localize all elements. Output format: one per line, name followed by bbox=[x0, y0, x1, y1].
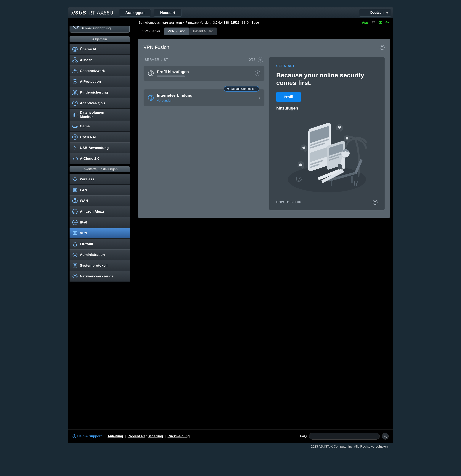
sidebar-item-aicloud[interactable]: AiCloud 2.0 bbox=[69, 153, 130, 164]
sidebar-item-game[interactable]: Game bbox=[69, 121, 130, 132]
sidebar-item-qos[interactable]: Adaptives QoS bbox=[69, 98, 130, 109]
svg-point-27 bbox=[74, 275, 76, 277]
sidebar-item-vpn[interactable]: VPN bbox=[69, 228, 130, 238]
nav-label: Administration bbox=[80, 253, 105, 257]
feedback-link[interactable]: Rückmeldung bbox=[168, 434, 190, 438]
tab-instant-guard[interactable]: Instant Guard bbox=[189, 27, 217, 35]
svg-point-53 bbox=[384, 435, 386, 437]
svg-point-8 bbox=[73, 90, 74, 92]
add-server-button[interactable]: + bbox=[258, 57, 263, 62]
language-label: Deutsch bbox=[370, 11, 384, 15]
family-icon bbox=[72, 89, 78, 96]
product-registration-link[interactable]: Produkt Registrierung bbox=[128, 434, 163, 438]
internet-connection-card[interactable]: Default Connection Internetverbindung Ve… bbox=[144, 89, 265, 106]
promo-card: GET START Because your online security c… bbox=[269, 57, 384, 210]
top-bar: /ISUS RT-AX86U Ausloggen Neustart Deutsc… bbox=[68, 8, 393, 18]
promo-column: GET START Because your online security c… bbox=[269, 57, 384, 210]
howto-row: HOW TO SETUP ? bbox=[276, 200, 377, 205]
add-profile-plus-icon[interactable]: + bbox=[255, 70, 260, 76]
progress-bar bbox=[157, 76, 185, 77]
nav-label: Wireless bbox=[80, 177, 94, 181]
nav-label: IPv6 bbox=[80, 220, 87, 224]
log-icon bbox=[72, 262, 78, 269]
fw-value[interactable]: 3.0.0.4.388_22525 bbox=[213, 21, 239, 25]
svg-point-25 bbox=[74, 254, 76, 256]
sidebar-item-nettools[interactable]: Netzwerkwerkzeuge bbox=[69, 271, 130, 282]
globe-icon bbox=[72, 46, 78, 52]
sidebar-item-syslog[interactable]: Systemprotokoll bbox=[69, 260, 130, 271]
nav-label: Amazon Alexa bbox=[80, 210, 104, 214]
sidebar-item-usb[interactable]: USB-Anwendung bbox=[69, 142, 130, 153]
sidebar-item-overview[interactable]: Übersicht bbox=[69, 44, 130, 55]
promo-headline: Because your online security comes first… bbox=[276, 71, 377, 87]
svg-rect-23 bbox=[73, 231, 77, 234]
copyright-text: 2023 ASUSTeK Computer Inc. Alle Rechte v… bbox=[68, 443, 393, 456]
sidebar-item-firewall[interactable]: Firewall bbox=[69, 238, 130, 249]
add-profile-label: Profil hinzufügen bbox=[157, 69, 189, 74]
faq-search-button[interactable] bbox=[382, 433, 389, 440]
ssid-value[interactable]: Suse bbox=[251, 21, 259, 25]
op-mode-value[interactable]: Wireless Router bbox=[162, 21, 184, 24]
help-support-link[interactable]: ? Help & Support bbox=[73, 434, 102, 438]
main-content: VPN Fusion ? SERVER LIST 0/16 + bbox=[135, 35, 393, 429]
fw-label: Firmware-Version: bbox=[186, 21, 211, 25]
profile-cta-button[interactable]: Profil bbox=[276, 92, 301, 102]
tab-vpn-server[interactable]: VPN-Server bbox=[139, 27, 164, 35]
app-link[interactable]: App bbox=[362, 21, 368, 25]
sidebar-item-opennat[interactable]: Open NAT bbox=[69, 132, 130, 142]
svg-text:IPv6: IPv6 bbox=[73, 221, 77, 223]
brand-model: RT-AX86U bbox=[88, 10, 113, 16]
add-profile-card[interactable]: Profil hinzufügen + bbox=[144, 66, 265, 81]
svg-rect-31 bbox=[380, 22, 381, 23]
section-advanced-label: Erweiterte Einstellungen bbox=[69, 166, 130, 172]
svg-point-13 bbox=[76, 126, 76, 126]
sidebar-item-ipv6[interactable]: IPv6 IPv6 bbox=[69, 217, 130, 228]
sidebar-item-aiprotection[interactable]: AiProtection bbox=[69, 76, 130, 87]
sidebar-item-wan[interactable]: WAN bbox=[69, 196, 130, 206]
sidebar-item-alexa[interactable]: Amazon Alexa bbox=[69, 206, 130, 217]
nav-label: Firewall bbox=[80, 242, 93, 246]
alexa-icon bbox=[72, 208, 78, 215]
nav-label: Adaptives QoS bbox=[80, 101, 105, 105]
chevron-right-icon: › bbox=[259, 95, 260, 101]
sidebar-item-aimesh[interactable]: AiMesh bbox=[69, 55, 130, 66]
sidebar-item-wireless[interactable]: Wireless bbox=[69, 174, 130, 185]
svg-text:?: ? bbox=[74, 435, 75, 438]
nat-icon bbox=[72, 134, 78, 140]
cloud-icon bbox=[72, 155, 78, 162]
globe-icon bbox=[72, 198, 78, 204]
sidebar-item-admin[interactable]: Administration bbox=[69, 249, 130, 260]
language-select[interactable]: Deutsch bbox=[359, 9, 391, 17]
usb-status-icon[interactable] bbox=[385, 21, 389, 25]
howto-help-icon[interactable]: ? bbox=[373, 200, 377, 205]
promo-illustration bbox=[276, 116, 377, 194]
logout-button[interactable]: Ausloggen bbox=[119, 9, 151, 17]
tab-vpn-fusion[interactable]: VPN Fusion bbox=[164, 27, 189, 35]
reboot-button[interactable]: Neustart bbox=[154, 9, 182, 17]
faq-input[interactable] bbox=[309, 433, 380, 440]
gamepad-icon bbox=[72, 123, 78, 129]
sidebar-item-lan[interactable]: LAN bbox=[69, 185, 130, 196]
shield-icon bbox=[72, 78, 78, 85]
brand-block: /ISUS RT-AX86U bbox=[70, 10, 113, 16]
vpn-fusion-panel: VPN Fusion ? SERVER LIST 0/16 + bbox=[138, 39, 390, 218]
svg-point-28 bbox=[372, 21, 373, 23]
nav-label: AiProtection bbox=[80, 80, 101, 84]
wan-status-icon[interactable] bbox=[378, 21, 382, 25]
nav-label: AiMesh bbox=[80, 58, 93, 62]
clients-icon[interactable] bbox=[371, 21, 375, 25]
nav-label: USB-Anwendung bbox=[80, 146, 109, 150]
sidebar-item-parental[interactable]: Kindersicherung bbox=[69, 87, 130, 98]
promo-cta-subtext: hinzufügen bbox=[276, 106, 377, 111]
help-icon[interactable]: ? bbox=[380, 45, 384, 50]
sidebar-item-traffic[interactable]: DatenvolumenMonitor bbox=[69, 109, 130, 121]
svg-point-24 bbox=[74, 232, 76, 234]
fire-icon bbox=[72, 241, 78, 247]
connection-status: Verbunden bbox=[157, 99, 192, 102]
manual-link[interactable]: Anleitung bbox=[108, 434, 123, 438]
sidebar-item-guestnet[interactable]: Gästenetzwerk bbox=[69, 66, 130, 76]
default-connection-badge: Default Connection bbox=[224, 86, 259, 92]
router-admin-window: /ISUS RT-AX86U Ausloggen Neustart Deutsc… bbox=[68, 8, 393, 443]
nav-label: Kindersicherung bbox=[80, 90, 108, 94]
svg-line-54 bbox=[386, 437, 387, 438]
